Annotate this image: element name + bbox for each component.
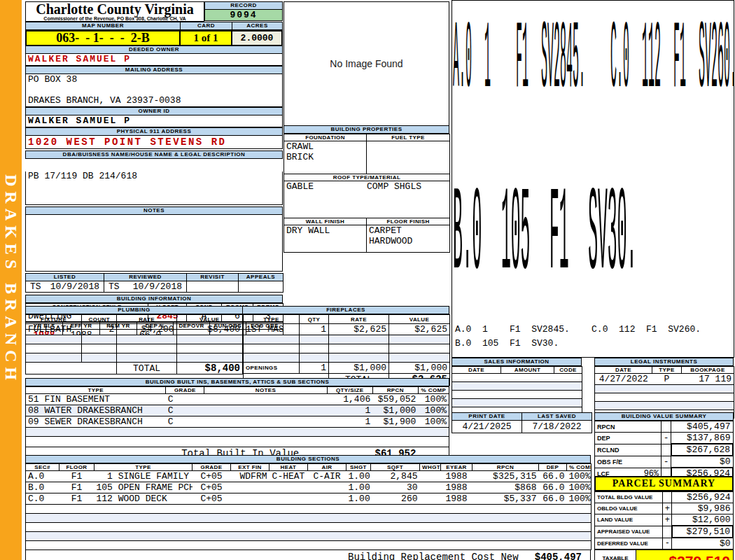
built-ins-panel: BUILDING BUILT INS, BASEMENTS, ATTICS & … (25, 378, 449, 460)
parcel-summary-title: PARCEL SUMMARY (594, 476, 734, 491)
mailing-address-value: PO BOX 38 DRAKES BRANCH, VA 23937-0038 (25, 74, 283, 107)
replacement-cost-value: $405,497 (535, 552, 582, 560)
print-dates-panel: PRINT DATE LAST SAVED 4/21/2025 7/18/202… (451, 412, 592, 433)
taxable-value-label: TAXABLE VALUE (595, 550, 636, 560)
notes-box (25, 215, 283, 272)
fireplaces-openings-row: OPENINGS 1 $1,000 $1,000 (244, 363, 450, 374)
sketch-vector-line-1: A.0 1 F1 SV2845. C.0 112 F1 SV260. (455, 324, 701, 335)
building-sections-title: BUILDING SECTIONS (25, 455, 591, 463)
plumbing-fireplaces-panel: PLUMBING FIXTURE COUNT RATE VALUE FULLBA… (25, 306, 449, 386)
last-saved-value: 7/18/2022 (522, 421, 592, 433)
parcel-summary-table: TOTAL BLDG VALUE $256,924 OBLDG VALUE + … (594, 491, 734, 550)
map-number-value: 063- - 1- - - 2-B (25, 30, 181, 46)
county-header: Charlotte County Virginia Commissioner o… (25, 1, 204, 22)
physical-address-label: PHYSICAL 911 ADDRESS (25, 127, 283, 136)
bvs-row-dep: DEP - $137,869 (595, 433, 734, 444)
fuel-type-value (367, 141, 450, 174)
building-information-title: BUILDING INFORMATION (25, 295, 283, 303)
property-record-card: DRAKES BRANCH Charlotte County Virginia … (0, 0, 735, 560)
sketch-vector-line-1-large: A.0 1 F1 SV2845. C.0 112 F1 SV260. (453, 9, 734, 118)
property-panel: No Image Found BUILDING PROPERTIES FOUND… (284, 1, 449, 253)
wall-finish-label: WALL FINISH (284, 218, 367, 225)
replacement-cost-row: Building Replacement Cost New $405,497 (25, 550, 591, 560)
wall-finish-value: DRY WALL (284, 225, 367, 253)
revisit-value (187, 281, 239, 293)
acres-value: 2.0000 (232, 30, 283, 46)
building-value-summary-panel: BUILDING VALUE SUMMARY RPCN $405,497 DEP… (594, 412, 734, 480)
parcel-row-appraised: APPRAISED VALUE $279,510 (595, 526, 734, 538)
built-ins-row: 09 SEWER DRAKESBRANCHC 1 $1,900100% (26, 416, 449, 428)
parcel-row-deferred: DEFERRED VALUE - $0 (595, 538, 734, 550)
district-label: DRAKES BRANCH (1, 174, 20, 385)
bvs-row-rpcn: RPCN $405,497 (595, 421, 734, 433)
listed-label: LISTED (26, 274, 104, 281)
building-sections-panel: BUILDING SECTIONS SEC# FLOOR TYPE GRADE … (25, 455, 591, 560)
deeded-owner-label: DEEDED OWNER (25, 46, 283, 54)
parcel-row-total-bldg: TOTAL BLDG VALUE $256,924 (595, 492, 734, 503)
legal-instruments-panel: LEGAL INSTRUMENTS DATE TYPE BOOKPAGE 4/2… (594, 358, 734, 419)
fireplaces-row: 1ST MAS 1 $2,625 $2,625 (244, 324, 450, 335)
mailing-address-label: MAILING ADDRESS (25, 66, 283, 74)
plumbing-total-row: TOTAL $8,400 (26, 363, 243, 374)
revisit-label: REVISIT (187, 274, 239, 281)
county-title: Charlotte County Virginia (26, 3, 204, 16)
built-ins-table: TYPE GRADE NOTES QTY/SIZE RPCN % COMP 51… (25, 386, 449, 460)
owner-id-label: OWNER ID (25, 107, 283, 115)
notes-label: NOTES (25, 206, 283, 215)
card-value: 1 of 1 (181, 30, 232, 46)
building-sections-table: SEC# FLOOR TYPE GRADE EXT FIN HEAT AIR S… (25, 463, 592, 550)
built-ins-row: 08 WATER DRAKESBRANCHC 1 $1,000100% (26, 405, 449, 416)
plumbing-table: FIXTURE COUNT RATE VALUE FULLBATH 2 $4,2… (25, 314, 243, 374)
acres-label: ACRES (232, 22, 283, 30)
owner-panel: Charlotte County Virginia Commissioner o… (25, 1, 283, 341)
sales-title: SALES INFORMATION (451, 358, 582, 366)
print-date-label: PRINT DATE (452, 413, 522, 421)
legal-table: DATE TYPE BOOKPAGE 4/27/2022 P 17 119 (594, 366, 734, 419)
roof-value: GABLECOMP SHGLS (284, 181, 450, 218)
taxable-value-row: TAXABLE VALUE $279,510 (594, 550, 734, 560)
record-label: RECORD (204, 1, 283, 10)
mailing-line-2: DRAKES BRANCH, VA 23937-0038 (28, 95, 282, 106)
record-number: 9094 (204, 10, 283, 21)
legal-description-value: PB 17/119 DB 214/618 (28, 172, 282, 181)
plumbing-row: FULLBATH 2 $4,200 $8,400 (26, 324, 243, 335)
district-sidebar: DRAKES BRANCH (0, 0, 22, 560)
taxable-value-amount: $279,510 (636, 550, 733, 560)
owner-id-value: WALKER SAMUEL P (25, 115, 283, 127)
built-ins-row: 51 FIN BASEMENTC 1,406 $59,052100% (26, 394, 449, 405)
no-image-text: No Image Found (330, 58, 402, 69)
building-section-row: B.0F1 105 OPEN FRAME PCHC+05 1.00 30 198… (26, 482, 592, 493)
last-saved-label: LAST SAVED (522, 413, 592, 421)
listed-value: TS10/9/2018 (26, 281, 104, 293)
building-properties-title: BUILDING PROPERTIES (284, 126, 449, 134)
appeals-value (239, 281, 284, 293)
sketch-vector-line-2: B.0 105 F1 SV30. (455, 338, 559, 349)
building-section-row: A.0F1 1 SINGLE FAMILYC+05 WDFRMC-HEAT C-… (26, 471, 592, 482)
review-table: LISTED REVIEWED REVISIT APPEALS TS10/9/2… (25, 273, 284, 293)
parcel-row-land: LAND VALUE + $12,600 (595, 514, 734, 526)
dba-label: DBA/BUISNESS NAME/HOUSE NAME & LEGAL DES… (25, 150, 283, 159)
sketch-vector-line-2-large: B.0 105 F1 SV30. (453, 169, 636, 303)
parcel-summary-panel: PARCEL SUMMARY TOTAL BLDG VALUE $256,924… (594, 476, 734, 560)
roof-label: ROOF TYPE/MATERIAL (284, 174, 450, 181)
replacement-cost-label: Building Replacement Cost New (348, 552, 519, 560)
fuel-type-label: FUEL TYPE (367, 134, 450, 141)
building-value-summary-table: RPCN $405,497 DEP - $137,869 RCLND $267,… (594, 421, 734, 480)
foundation-value: CRAWLBRICK (284, 141, 367, 174)
print-date-value: 4/21/2025 (452, 421, 522, 433)
commissioner-line: Commissioner of the Revenue, PO Box 308,… (26, 16, 204, 21)
built-ins-title: BUILDING BUILT INS, BASEMENTS, ATTICS & … (25, 378, 449, 386)
map-number-label: MAP NUMBER (25, 22, 181, 30)
building-value-summary-title: BUILDING VALUE SUMMARY (594, 412, 734, 421)
legal-title: LEGAL INSTRUMENTS (594, 358, 734, 366)
legal-description-box: PB 17/119 DB 214/618 (25, 172, 283, 205)
floor-finish-label: FLOOR FINISH (367, 218, 450, 225)
plumbing-title: PLUMBING (25, 306, 243, 314)
building-section-row: C.0F1 112 WOOD DECKC+05 1.00 260 1988$5,… (26, 493, 592, 505)
mailing-line-1: PO BOX 38 (28, 74, 282, 85)
bvs-row-obs: OBS F/E - $0 (595, 456, 734, 468)
card-label: CARD (181, 22, 232, 30)
legal-row: 4/27/2022 P 17 119 (595, 374, 734, 385)
reviewed-label: REVIEWED (104, 274, 187, 281)
sales-information-panel: SALES INFORMATION DATE AMOUNT CODE (451, 358, 582, 416)
